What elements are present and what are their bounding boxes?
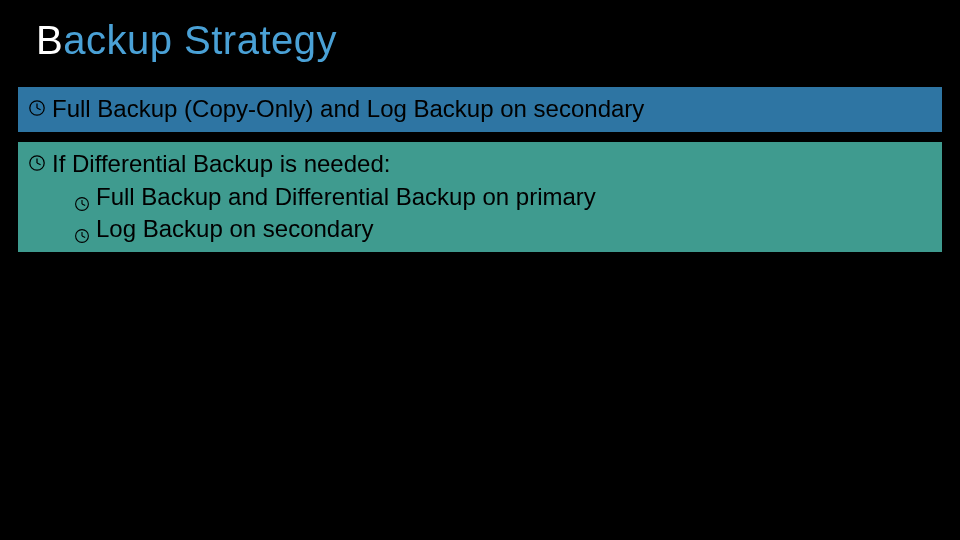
block-2-sublist: Full Backup and Differential Backup on p… [52, 181, 596, 243]
clock-bullet-icon [74, 188, 90, 204]
slide: Backup Strategy Full Backup (Copy-Only) … [0, 0, 960, 540]
sub-item-1-text: Full Backup and Differential Backup on p… [96, 181, 596, 212]
content-block-1: Full Backup (Copy-Only) and Log Backup o… [18, 87, 942, 132]
svg-line-11 [82, 236, 85, 238]
svg-line-2 [37, 108, 41, 110]
sub-item-2-text: Log Backup on secondary [96, 213, 374, 244]
slide-title: Backup Strategy [18, 18, 942, 63]
title-accent-letter: B [36, 18, 63, 62]
clock-bullet-icon [28, 99, 46, 117]
clock-bullet-icon [74, 220, 90, 236]
list-item: Log Backup on secondary [74, 213, 596, 244]
block-2-text: If Differential Backup is needed: [52, 148, 596, 179]
block-2-content: If Differential Backup is needed: Full B… [52, 148, 596, 244]
block-1-text: Full Backup (Copy-Only) and Log Backup o… [52, 93, 644, 124]
title-rest: ackup Strategy [63, 18, 337, 62]
list-item: Full Backup and Differential Backup on p… [74, 181, 596, 212]
content-block-2: If Differential Backup is needed: Full B… [18, 142, 942, 252]
svg-line-8 [82, 204, 85, 206]
svg-line-5 [37, 163, 41, 165]
clock-bullet-icon [28, 154, 46, 172]
